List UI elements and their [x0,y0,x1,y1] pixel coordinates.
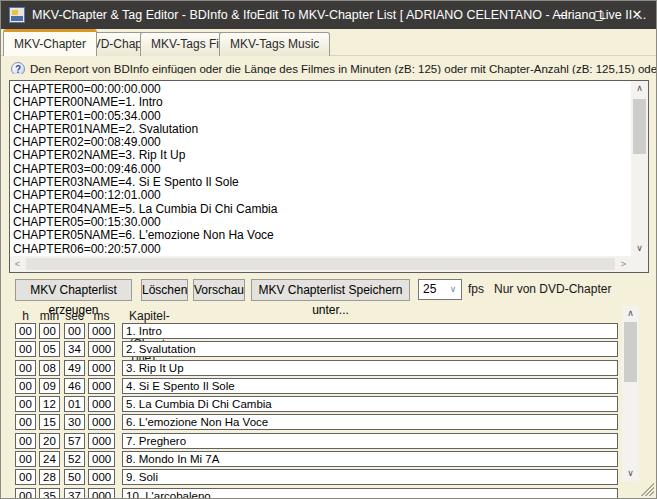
fps-select[interactable]: 25 ∨ [418,279,462,300]
scroll-up-icon[interactable]: ∧ [622,306,639,321]
millisecond-field[interactable]: 000 [88,488,115,499]
table-row: 0015300006. L'emozione Non Ha Voce [15,414,619,430]
help-text: Den Report von BDInfo einfügen oder die … [30,63,656,74]
table-row: 0024520008. Mondo In Mi 7A [15,451,619,467]
editor-hscrollbar-thumb[interactable] [26,258,615,270]
title-bar[interactable]: MKV-Chapter & Tag Editor - BDInfo & IfoE… [1,1,656,29]
millisecond-field[interactable]: 000 [88,469,115,485]
help-row: ?Den Report von BDInfo einfügen oder die… [11,59,656,74]
second-field[interactable]: 52 [64,451,85,467]
scroll-up-icon[interactable]: ∧ [631,81,648,96]
chapter-title-field[interactable]: 2. Svalutation [122,341,618,357]
editor-vertical-scrollbar[interactable]: ∧ ∨ [631,81,648,256]
millisecond-field[interactable]: 000 [88,360,115,376]
chapter-title-field[interactable]: 9. Soli [122,469,618,485]
fps-label: fps Nur von DVD-Chapter [468,282,611,296]
scroll-down-icon[interactable]: ∨ [622,466,639,481]
scroll-down-icon[interactable]: ∨ [631,241,648,256]
millisecond-field[interactable]: 000 [88,396,115,412]
scrollbar-corner [631,256,648,272]
second-field[interactable]: 30 [64,414,85,430]
hour-field[interactable]: 00 [15,323,36,339]
close-button[interactable]: ✕ [618,1,656,29]
millisecond-field[interactable]: 000 [88,341,115,357]
chapter-title-field[interactable]: 6. L'emozione Non Ha Voce [122,414,618,430]
chevron-down-icon[interactable]: ∨ [445,280,461,299]
second-field[interactable]: 37 [64,488,85,499]
second-field[interactable]: 46 [64,378,85,394]
minute-field[interactable]: 08 [39,360,60,376]
scroll-right-icon[interactable]: > [616,256,631,272]
preview-button[interactable]: Vorschau [193,279,245,301]
minute-field[interactable]: 28 [39,469,60,485]
hour-field[interactable]: 00 [15,469,36,485]
minute-field[interactable]: 20 [39,433,60,449]
editor-scrollbar-thumb[interactable] [633,99,646,154]
table-row: 0008490003. Rip It Up [15,360,619,376]
hour-field[interactable]: 00 [15,451,36,467]
millisecond-field[interactable]: 000 [88,433,115,449]
hour-field[interactable]: 00 [15,414,36,430]
table-row: 0028500009. Soli [15,469,619,485]
chapter-title-field[interactable]: 3. Rip It Up [122,360,618,376]
chapter-table: 0000000001. Intro0005340002. Svalutation… [15,323,619,499]
tab-mkv-chapter[interactable]: MKV-Chapter [3,29,97,56]
header-minutes: min [39,309,60,323]
minute-field[interactable]: 24 [39,451,60,467]
header-hours: h [15,309,36,323]
minute-field[interactable]: 35 [39,488,60,499]
chapter-title-field[interactable]: 10. L'arcobaleno [122,488,618,499]
chapter-report-text: CHAPTER00=00:00:00.000 CHAPTER00NAME=1. … [13,83,628,256]
second-field[interactable]: 50 [64,469,85,485]
millisecond-field[interactable]: 000 [88,414,115,430]
resize-grip-icon[interactable] [641,483,654,496]
editor-horizontal-scrollbar[interactable]: < > [10,256,631,272]
table-row: 00353700010. L'arcobaleno [15,488,619,499]
chapter-title-field[interactable]: 8. Mondo In Mi 7A [122,451,618,467]
table-vertical-scrollbar[interactable]: ∧ ∨ [622,306,639,481]
minute-field[interactable]: 05 [39,341,60,357]
hour-field[interactable]: 00 [15,488,36,499]
tab-mkv-tags-music[interactable]: MKV-Tags Music [219,32,330,56]
maximize-button[interactable]: ▢ [580,1,618,29]
fps-select-value: 25 [423,280,436,299]
second-field[interactable]: 57 [64,433,85,449]
chapter-title-field[interactable]: 1. Intro [122,323,618,339]
create-chapterlist-button[interactable]: MKV Chapterlist erzeugen [15,279,132,301]
minute-field[interactable]: 09 [39,378,60,394]
hour-field[interactable]: 00 [15,360,36,376]
table-row: 0005340002. Svalutation [15,341,619,357]
chapter-title-field[interactable]: 7. Preghero [122,433,618,449]
second-field[interactable]: 49 [64,360,85,376]
minute-field[interactable]: 15 [39,414,60,430]
chapter-report-textarea[interactable]: CHAPTER00=00:00:00.000 CHAPTER00NAME=1. … [9,80,649,273]
hour-field[interactable]: 00 [15,341,36,357]
header-ms: ms [88,309,115,323]
tab-strip: MKV-ChapterDVD-ChapterMKV-Tags FilmMKV-T… [1,29,656,56]
app-window: MKV-Chapter & Tag Editor - BDInfo & IfoE… [0,0,657,499]
delete-button[interactable]: Löschen [141,279,188,301]
table-row: 0009460004. Si E Spento Il Sole [15,378,619,394]
minute-field[interactable]: 00 [39,323,60,339]
header-seconds: sec [64,309,85,323]
app-icon [9,7,25,23]
millisecond-field[interactable]: 000 [88,378,115,394]
minute-field[interactable]: 12 [39,396,60,412]
table-row: 0000000001. Intro [15,323,619,339]
millisecond-field[interactable]: 000 [88,451,115,467]
hour-field[interactable]: 00 [15,433,36,449]
table-scrollbar-thumb[interactable] [624,322,637,382]
second-field[interactable]: 00 [64,323,85,339]
hour-field[interactable]: 00 [15,396,36,412]
help-icon: ? [11,62,25,74]
second-field[interactable]: 34 [64,341,85,357]
table-row: 0020570007. Preghero [15,433,619,449]
scroll-left-icon[interactable]: < [10,256,25,272]
chapter-title-field[interactable]: 4. Si E Spento Il Sole [122,378,618,394]
second-field[interactable]: 01 [64,396,85,412]
minimize-button[interactable]: — [542,1,580,29]
hour-field[interactable]: 00 [15,378,36,394]
chapter-title-field[interactable]: 5. La Cumbia Di Chi Cambia [122,396,618,412]
millisecond-field[interactable]: 000 [88,323,115,339]
save-chapterlist-button[interactable]: MKV Chapterlist Speichern unter... [251,279,410,301]
